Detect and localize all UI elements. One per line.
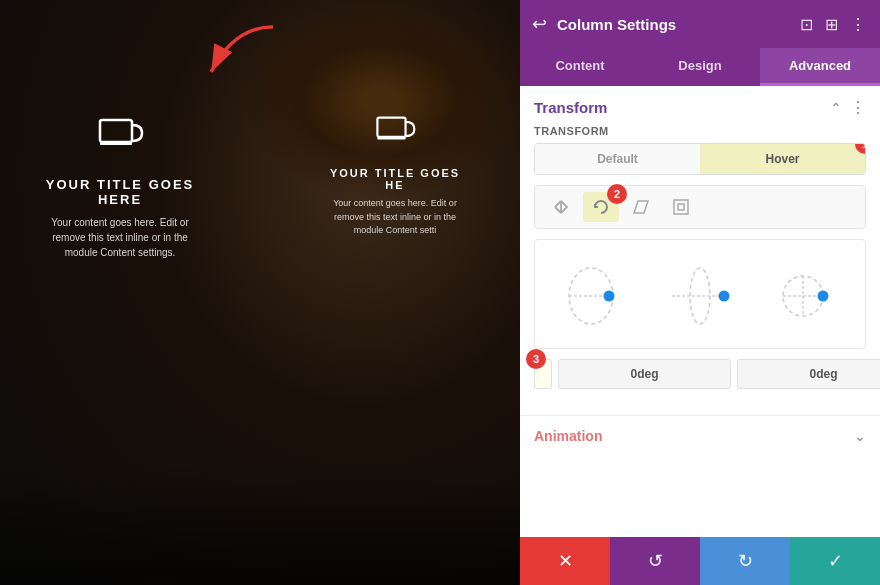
confirm-icon: ✓ <box>828 550 843 572</box>
svg-rect-5 <box>674 200 688 214</box>
svg-rect-3 <box>377 118 405 137</box>
section-header: Transform ⌃ ⋮ <box>520 86 880 125</box>
svg-rect-1 <box>100 120 132 142</box>
undo-button[interactable]: ↺ <box>610 537 700 585</box>
split-icon[interactable]: ⊞ <box>823 13 840 36</box>
visualizer <box>534 239 866 349</box>
section-chevron[interactable]: ⌃ <box>830 100 842 116</box>
toggle-group: Default Hover 1 <box>534 143 866 175</box>
viz-1 <box>561 254 633 334</box>
move-icon-btn[interactable] <box>543 192 579 222</box>
transform-label: Transform <box>534 125 866 137</box>
skew-icon-btn[interactable] <box>623 192 659 222</box>
panel-title: Column Settings <box>557 16 788 33</box>
confirm-button[interactable]: ✓ <box>790 537 880 585</box>
red-arrow <box>200 20 290 90</box>
viz-3 <box>767 254 839 334</box>
cup-icon-1 <box>40 110 200 165</box>
tab-content[interactable]: Content <box>520 48 640 86</box>
badge-1: 1 <box>855 143 866 154</box>
cancel-button[interactable]: ✕ <box>520 537 610 585</box>
panel-body: Transform ⌃ ⋮ Transform Default Hover 1 <box>520 86 880 537</box>
redo-icon: ↻ <box>738 550 753 572</box>
svg-rect-6 <box>678 204 684 210</box>
animation-title: Animation <box>534 428 602 444</box>
svg-rect-4 <box>377 137 405 140</box>
svg-point-9 <box>603 291 614 302</box>
tab-advanced[interactable]: Advanced <box>760 48 880 86</box>
panel-header: ↩ Column Settings ⊡ ⊞ ⋮ <box>520 0 880 48</box>
undo-icon: ↺ <box>648 550 663 572</box>
badge-2: 2 <box>607 184 627 204</box>
svg-point-16 <box>818 291 829 302</box>
input-rotate-z[interactable] <box>737 359 880 389</box>
badge-3: 3 <box>526 349 546 369</box>
scale-icon-btn[interactable] <box>663 192 699 222</box>
input-rotate-y[interactable] <box>558 359 731 389</box>
canvas-area: YOUR TITLE GOES HERE Your content goes h… <box>0 0 520 585</box>
toggle-default[interactable]: Default <box>535 144 700 174</box>
header-icons: ⊡ ⊞ ⋮ <box>798 13 868 36</box>
redo-button[interactable]: ↻ <box>700 537 790 585</box>
animation-chevron[interactable]: ⌄ <box>854 428 866 444</box>
bottom-toolbar: ✕ ↺ ↻ ✓ <box>520 537 880 585</box>
section-dots[interactable]: ⋮ <box>850 98 866 117</box>
animation-header: Animation ⌄ <box>534 428 866 444</box>
section-controls: ⌃ ⋮ <box>830 98 866 117</box>
section-title: Transform <box>534 99 607 116</box>
card2-desc: Your content goes here. Edit or remove t… <box>325 197 465 238</box>
svg-rect-2 <box>100 142 132 145</box>
card2-title: YOUR TITLE GOES HE <box>325 167 465 191</box>
svg-point-12 <box>718 291 729 302</box>
transform-section: Transform ⌃ ⋮ Transform Default Hover 1 <box>520 86 880 415</box>
settings-panel: ↩ Column Settings ⊡ ⊞ ⋮ Content Design A… <box>520 0 880 585</box>
more-icon[interactable]: ⋮ <box>848 13 868 36</box>
section-content: Transform Default Hover 1 <box>520 125 880 415</box>
input-1-wrapper: 3 <box>534 359 552 389</box>
module-card-2: YOUR TITLE GOES HE Your content goes her… <box>305 90 485 258</box>
rotate-icon-btn[interactable]: 2 <box>583 192 619 222</box>
animation-section: Animation ⌄ <box>520 415 880 450</box>
input-row: 3 <box>534 359 866 389</box>
card1-desc: Your content goes here. Edit or remove t… <box>40 215 200 260</box>
back-icon[interactable]: ↩ <box>532 13 547 35</box>
card1-title: YOUR TITLE GOES HERE <box>40 177 200 207</box>
fullscreen-icon[interactable]: ⊡ <box>798 13 815 36</box>
cancel-icon: ✕ <box>558 550 573 572</box>
module-card-1: YOUR TITLE GOES HERE Your content goes h… <box>20 90 220 280</box>
transform-icons-row: 2 <box>534 185 866 229</box>
tabs: Content Design Advanced <box>520 48 880 86</box>
tab-design[interactable]: Design <box>640 48 760 86</box>
toggle-hover[interactable]: Hover 1 <box>700 144 865 174</box>
bottom-overlay <box>0 465 520 585</box>
cup-icon-2 <box>325 110 465 157</box>
viz-2 <box>664 254 736 334</box>
